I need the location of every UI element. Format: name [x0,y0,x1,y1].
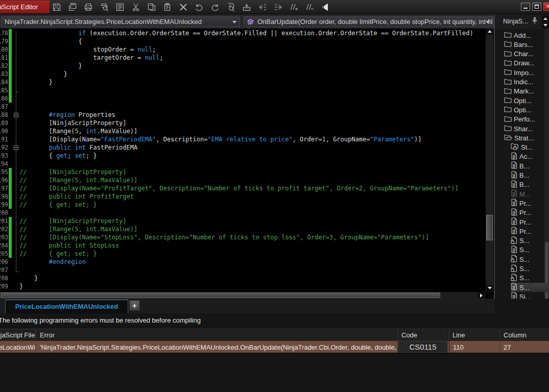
line-number: 203 [0,233,9,241]
remove-icon[interactable] [179,3,188,12]
change-bar [9,176,12,184]
scroll-down-button[interactable] [486,285,493,291]
tree-item[interactable]: M... [511,189,549,199]
column-header-code[interactable]: Code [398,329,448,341]
tree-item[interactable]: Bars... [504,40,549,49]
tree-item[interactable]: Shar... [504,124,549,133]
panel-scroll-down-button[interactable] [542,22,548,29]
save-all-icon[interactable] [68,3,77,12]
editor-horizontal-scrollbar[interactable] [0,292,485,299]
paste-icon[interactable] [163,3,172,12]
tree-item[interactable]: S... [511,264,549,274]
tree-item[interactable]: Impo... [504,68,549,77]
tree-item[interactable]: B... [511,171,549,180]
copy-icon[interactable] [147,3,156,12]
tree-item-label: Pr... [519,228,531,235]
fold-collapse-icon[interactable] [14,145,18,150]
method-cube-icon [247,18,254,27]
code-line: } [19,78,485,86]
code-text-area[interactable]: if (execution.Order.OrderState == OrderS… [19,29,485,291]
column-header-script-file[interactable]: NinjaScript File [0,329,35,341]
horizontal-scroll-thumb[interactable] [1,292,440,298]
folder-icon [504,87,512,95]
tree-item[interactable]: Pr... [511,208,549,217]
tree-item[interactable]: S... [511,246,549,255]
line-number: 187 [0,103,9,111]
increase-indent-icon[interactable] [274,3,283,12]
code-editor[interactable]: 1781791801811821831841851861871881891901… [0,29,494,299]
save-icon[interactable] [52,3,61,12]
close-button[interactable]: × [543,3,549,11]
fold-end-mark [16,272,19,272]
cut-icon[interactable] [131,3,140,12]
compile-icon[interactable] [321,3,330,12]
tree-item[interactable]: Draw... [504,59,549,68]
tree-item[interactable]: Opti... [504,105,549,114]
tree-item[interactable]: Pr... [511,227,549,236]
error-code-badge[interactable]: CS0115 [398,341,448,353]
insert-snippet-icon[interactable] [242,3,251,12]
minimize-button[interactable] [521,3,530,11]
tree-item[interactable]: S... [511,274,549,283]
vertical-scroll-thumb[interactable] [486,215,493,240]
plus-icon: + [132,301,137,310]
tree-item[interactable]: Indic... [504,78,549,87]
scroll-up-button[interactable] [486,29,493,35]
print-preview-icon[interactable] [100,3,109,12]
new-tab-button[interactable]: + [129,300,140,311]
class-dropdown[interactable]: NinjaTrader.NinjaScript.Strategies.Price… [1,16,240,27]
explorer-tree[interactable]: Add...Bars...Char...Draw...Impo...Indic.… [495,29,549,302]
fold-collapse-icon[interactable] [14,113,18,117]
tree-item[interactable]: S... [511,255,549,264]
column-header-line[interactable]: Line [449,329,499,341]
error-row-file-cell[interactable]: PriceLocationWithEMAUnlocked [0,341,35,354]
arrow-down-icon [488,287,492,289]
tree-item[interactable]: Char... [504,50,549,59]
code-line [19,266,485,274]
comment-selection-icon[interactable] [290,3,299,12]
tree-item[interactable]: St... [511,143,549,152]
window-controls: × [521,3,549,11]
tree-item[interactable]: B... [511,180,549,189]
scroll-right-button[interactable] [478,292,485,298]
tab-pricelocationwithemaunlocked[interactable]: PriceLocationWithEMAUnlocked [5,300,128,313]
error-row-error-cell[interactable]: 'NinjaTrader.NinjaScript.Strategies.Pric… [36,341,397,354]
decrease-indent-icon[interactable] [258,3,267,12]
find-in-file-icon[interactable] [226,3,235,12]
tree-item[interactable]: S... [511,236,549,246]
tree-item[interactable]: S... [511,283,549,292]
panel-scroll-up-button[interactable] [542,16,548,22]
column-header-error[interactable]: Error [36,329,397,341]
tree-item[interactable]: Pr... [511,199,549,208]
code-line: [NinjaScriptProperty] [19,119,485,127]
tree-item-label: S... [519,237,530,244]
close-icon: × [545,3,549,10]
undo-icon[interactable] [195,3,204,12]
tree-item[interactable]: Ac... [511,152,549,161]
tree-item[interactable]: Add... [504,31,549,40]
tree-item[interactable]: Opti... [504,96,549,105]
tree-item[interactable]: Strat... [504,133,549,142]
code-line: // { get; set; } [19,201,485,209]
tree-item[interactable]: Pr... [511,217,549,227]
redo-icon[interactable] [210,3,220,12]
pin-icon[interactable] [532,17,538,27]
uncomment-selection-icon[interactable] [305,3,315,12]
print-icon[interactable] [84,3,93,12]
error-row-line-cell[interactable]: 110 [449,341,499,354]
error-row-column-cell[interactable]: 27 [500,341,549,354]
code-line: { [19,37,485,45]
folder-icon [504,59,512,67]
maximize-button[interactable] [532,3,541,11]
editor-vertical-scrollbar[interactable] [486,29,493,292]
show-output-icon[interactable] [115,3,125,12]
column-header-column[interactable]: Column [500,329,549,341]
method-dropdown[interactable]: OnBarUpdate(Order order, double limitPri… [244,16,493,27]
line-number: 196 [0,176,9,184]
tree-item[interactable]: Perfo... [504,115,549,124]
change-bar [9,45,12,54]
minimize-icon [523,8,528,9]
line-number: 180 [0,45,9,54]
tree-item[interactable]: Mark... [504,87,549,96]
tree-item[interactable]: B... [511,161,549,170]
